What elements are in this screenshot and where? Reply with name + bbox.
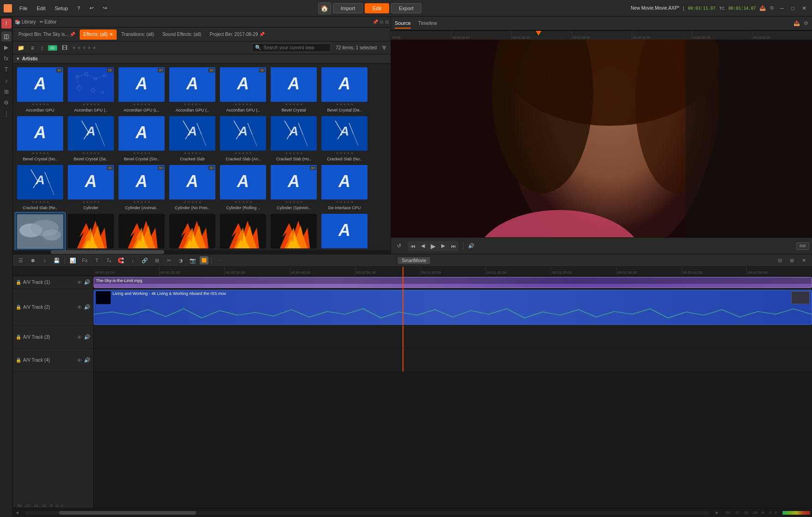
go-end-btn[interactable]: ⏭ xyxy=(448,241,458,251)
tl-toggle-btn[interactable]: ☰ xyxy=(16,255,26,265)
maximize-button[interactable]: □ xyxy=(789,5,796,12)
effect-item-14[interactable]: A ★★★★★ Cracked Slab (Re.. xyxy=(15,163,65,212)
effect-item-27[interactable]: A ★★★★★ Framer xyxy=(319,212,370,250)
track0-eye-icon[interactable]: 👁 xyxy=(77,280,82,285)
effect-item-3[interactable]: A 3D ★★★★★ Accordian GPU (.. xyxy=(167,65,218,114)
menu-setup[interactable]: Setup xyxy=(53,5,70,12)
bottom-zoom-out[interactable]: ◀ xyxy=(13,511,21,515)
tab-editor[interactable]: ✏ Editor xyxy=(40,19,57,24)
import-button[interactable]: Import xyxy=(333,3,363,13)
volume-btn[interactable]: 🔊 xyxy=(466,241,476,251)
tab-project-bin2[interactable]: Project Bin: 2017-08-29 📌 xyxy=(206,29,268,40)
track3-eye-icon[interactable]: 👁 xyxy=(77,358,82,363)
tl-zoom-in-btn[interactable]: ⊞ xyxy=(787,255,797,265)
tab-timeline[interactable]: Timeline xyxy=(418,18,437,29)
tab1-close[interactable]: ✕ xyxy=(109,32,113,37)
effect-item-6[interactable]: A ★★★★★ Bevel Crystal (De.. xyxy=(319,65,370,114)
effect-item-7[interactable]: A ★★★★★ Bevel Crystal (No.. xyxy=(15,114,65,163)
h-scrollbar[interactable] xyxy=(13,250,391,254)
settings-icon[interactable]: ⚙ xyxy=(770,5,774,11)
effect-item-4[interactable]: A 3D ★★★★★ Accordian GPU (.. xyxy=(218,65,268,114)
effect-item-16[interactable]: A 3D ★★★★★ Cylinder (Animat.. xyxy=(116,163,167,212)
go-start-btn[interactable]: ⏮ xyxy=(408,241,418,251)
tab-project-bin[interactable]: Project Bin: The Sky is... 📌 xyxy=(15,29,79,40)
menu-file[interactable]: File xyxy=(18,5,30,12)
tl-type2-btn[interactable]: T₂ xyxy=(104,255,114,265)
category-arrow[interactable]: ▼ xyxy=(16,56,20,61)
tab-source[interactable]: Source xyxy=(395,18,411,29)
sidebar-icon-tools[interactable]: ⚙ xyxy=(1,98,12,108)
pip-btn[interactable]: PiP xyxy=(796,242,809,250)
tl-close-btn[interactable]: ✕ xyxy=(799,255,809,265)
close-button[interactable]: ✕ xyxy=(800,5,808,12)
sidebar-icon-text[interactable]: T xyxy=(1,65,12,75)
effect-item-25[interactable]: ★★★★★ Fractal Fire V (Pla.. xyxy=(218,212,268,250)
effect-item-22[interactable]: ★★★★★ Fractal Fire V xyxy=(65,212,116,250)
tl-down-btn[interactable]: ↓ xyxy=(128,255,138,265)
filmstrip-btn[interactable]: 🎞 xyxy=(60,44,69,52)
tl-record-btn[interactable]: ⏺ xyxy=(28,255,38,265)
sidebar-icon-library[interactable]: ◫ xyxy=(1,31,12,41)
effect-item-17[interactable]: A 3D ★★★★★ Cylinder (No Pres.. xyxy=(167,163,218,212)
scroll-thumb[interactable] xyxy=(59,511,196,515)
list-view-btn[interactable]: ≡ xyxy=(29,44,36,52)
menu-edit[interactable]: Edit xyxy=(35,5,47,12)
tl-chart-btn[interactable]: 📊 xyxy=(68,255,78,265)
h-scrollbar-thumb[interactable] xyxy=(51,250,164,254)
tl-scissors-btn[interactable]: ✂ xyxy=(164,255,174,265)
track1-vol-icon[interactable]: 🔊 xyxy=(84,304,90,310)
preview-export-icon[interactable]: 📤 xyxy=(794,20,800,26)
track2-vol-icon[interactable]: 🔊 xyxy=(84,334,90,340)
sidebar-icon-audio[interactable]: ♪ xyxy=(1,76,12,86)
search-input[interactable] xyxy=(263,45,328,50)
pin-icon[interactable]: 📌 xyxy=(373,19,378,25)
tl-extra-btn[interactable]: ⋯ xyxy=(214,255,225,265)
effect-item-11[interactable]: A ★★★★★ Cracked Slab (An.. xyxy=(218,114,268,163)
bottom-zoom-in[interactable]: ▶ xyxy=(713,511,721,515)
grid-view-icon[interactable]: ⊞ xyxy=(385,19,389,25)
effect-item-13[interactable]: A ★★★★★ Cracked Slab (No.. xyxy=(319,114,370,163)
redo-icon[interactable]: ↪ xyxy=(101,4,109,12)
export-file-icon[interactable]: 📤 xyxy=(759,5,766,11)
effect-item-8[interactable]: A ★★★★★ Bevel Crystal (Se.. xyxy=(65,114,116,163)
folder-btn[interactable]: 📁 xyxy=(16,44,26,52)
effect-item-10[interactable]: A ★★★★★ Cracked Slab xyxy=(167,114,218,163)
export-button[interactable]: Export xyxy=(391,3,421,13)
tl-zoom-out-btn[interactable]: ⊟ xyxy=(775,255,785,265)
sort-btn[interactable]: ↕ xyxy=(39,44,45,52)
scroll-track[interactable] xyxy=(25,511,709,515)
effect-item-0[interactable]: A 3D ★★★★★ Accordian GPU xyxy=(15,65,65,114)
sidebar-icon-transitions[interactable]: ⊞ xyxy=(1,87,12,97)
edit-button[interactable]: Edit xyxy=(365,3,389,13)
next-frame-btn[interactable]: ▶ xyxy=(438,241,448,251)
tl-camera-btn[interactable]: 📷 xyxy=(188,255,198,265)
effect-item-18[interactable]: A ★★★★★ Cylinder (Rolling .. xyxy=(218,163,268,212)
loop-btn[interactable]: ↺ xyxy=(394,241,404,251)
home-button[interactable]: 🏠 xyxy=(318,2,331,14)
tl-fx-btn[interactable]: Fx xyxy=(80,255,90,265)
effect-item-9[interactable]: A ★★★★★ Bevel Crystal (Sm.. xyxy=(116,114,167,163)
scroll-down-icon[interactable]: ▼ xyxy=(380,44,388,52)
sidebar-icon-settings2[interactable]: ⋮ xyxy=(1,109,12,119)
track2-eye-icon[interactable]: 👁 xyxy=(77,335,82,340)
sidebar-icon-media[interactable]: ▶ xyxy=(1,42,12,53)
effect-item-19[interactable]: A 3D ★★★★★ Cylinder (Spinnin.. xyxy=(268,163,319,212)
tl-link-btn[interactable]: 🔗 xyxy=(140,255,150,265)
effect-item-1[interactable]: 3D ★★★★★ Accordian GPU (.. xyxy=(65,65,116,114)
effect-item-5[interactable]: A ★★★★★ Bevel Crystal xyxy=(268,65,319,114)
tab-effects[interactable]: Effects: (all) ✕ xyxy=(80,29,117,40)
effect-item-26[interactable]: ★★★★★ Fractal Fire V (Wi.. xyxy=(268,212,319,250)
tl-blend-btn[interactable]: ◑ xyxy=(176,255,186,265)
smart-movie-btn[interactable]: SmartMovie xyxy=(398,257,430,264)
play-btn[interactable]: ▶ xyxy=(428,241,438,251)
tab-sound-effects[interactable]: Sound Effects: (all) xyxy=(159,29,205,40)
preview-settings-icon[interactable]: ⚙ xyxy=(804,20,808,26)
tl-magnet-btn[interactable]: 🧲 xyxy=(116,255,126,265)
effect-item-20[interactable]: A ★★★★★ De-Interlace CPU xyxy=(319,163,370,212)
video-clip[interactable]: Living and Working - 4k Living & Working… xyxy=(94,290,812,325)
tab-transitions[interactable]: Transitions: (all) xyxy=(118,29,158,40)
bottom-scrollbar[interactable]: ◀ ▶ -50 -22 -16 -10 -6 -3 0 xyxy=(13,508,812,517)
tl-text-btn[interactable]: T xyxy=(92,255,102,265)
track0-vol-icon[interactable]: 🔊 xyxy=(84,279,90,285)
effect-item-21[interactable]: ★★★★★ Fractal Clouds CP.. xyxy=(15,212,65,250)
